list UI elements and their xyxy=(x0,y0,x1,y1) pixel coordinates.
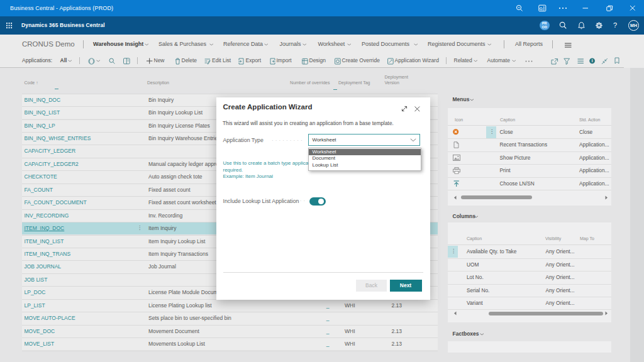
svg-text:i: i xyxy=(591,58,592,63)
